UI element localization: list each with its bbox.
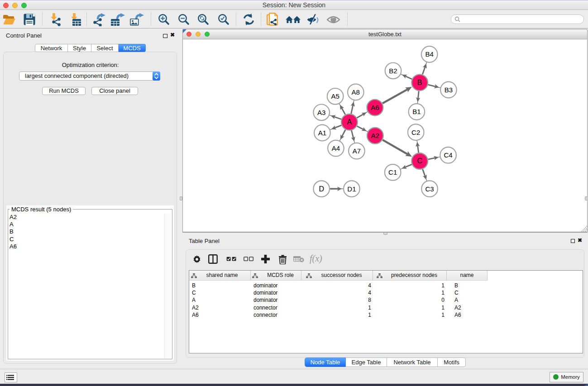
svg-text:C4: C4 [444, 151, 453, 159]
svg-text:C: C [417, 157, 422, 165]
svg-text:B3: B3 [445, 86, 453, 94]
svg-text:A: A [347, 118, 352, 126]
svg-text:A8: A8 [352, 88, 360, 96]
svg-text:A3: A3 [317, 109, 325, 116]
svg-text:A5: A5 [331, 92, 339, 100]
svg-text:A2: A2 [371, 132, 379, 139]
svg-text:C3: C3 [425, 185, 434, 193]
svg-text:A4: A4 [332, 144, 340, 152]
svg-text:D1: D1 [347, 185, 356, 193]
svg-text:C2: C2 [411, 129, 420, 136]
svg-text:A1: A1 [318, 129, 326, 137]
svg-text:D: D [319, 185, 324, 193]
svg-text:A7: A7 [353, 147, 361, 155]
svg-text:B4: B4 [425, 50, 434, 58]
svg-text:A6: A6 [371, 104, 379, 111]
svg-text:C1: C1 [388, 168, 397, 176]
svg-text:B: B [417, 79, 422, 86]
svg-text:B2: B2 [389, 67, 397, 75]
svg-text:B1: B1 [412, 108, 421, 115]
